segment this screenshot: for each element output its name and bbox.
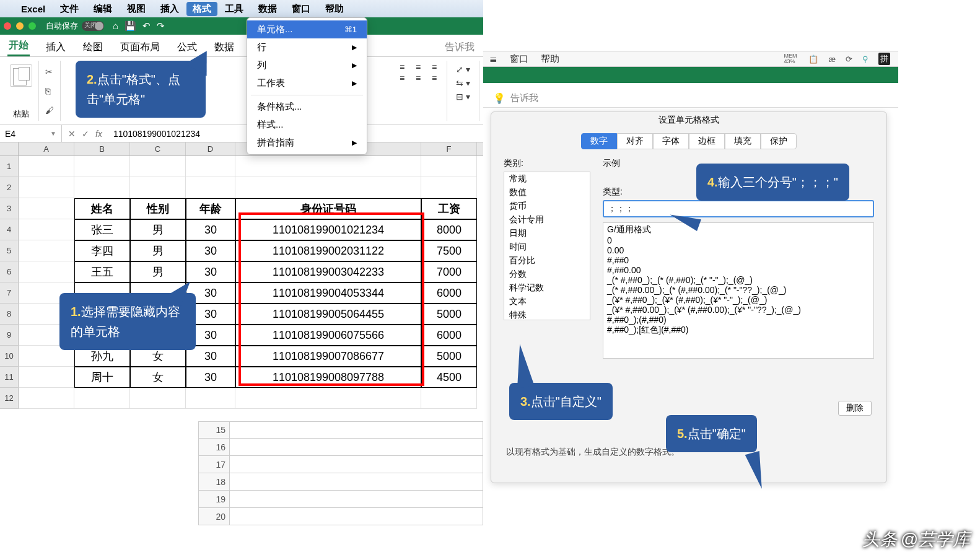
cell-salary[interactable]: 5000 — [421, 304, 477, 325]
cell[interactable] — [230, 491, 483, 507]
cell[interactable] — [130, 177, 186, 198]
row-header[interactable]: 4 — [0, 219, 19, 240]
menu-window[interactable]: 窗口 — [284, 3, 318, 15]
cell[interactable] — [19, 240, 74, 261]
row-header[interactable]: 11 — [0, 367, 19, 388]
save-icon[interactable]: 💾 — [125, 20, 136, 32]
cell[interactable] — [130, 156, 186, 177]
tab-home[interactable]: 开始 — [7, 37, 30, 56]
cell[interactable] — [186, 156, 235, 177]
app-name[interactable]: Excel — [14, 4, 53, 14]
category-item[interactable]: 分数 — [504, 268, 590, 281]
copy-icon[interactable]: ⎘ — [45, 86, 54, 96]
cell[interactable] — [230, 456, 483, 473]
category-item[interactable]: 时间 — [504, 240, 590, 254]
cell[interactable] — [235, 177, 421, 198]
cell[interactable] — [130, 388, 186, 409]
home-icon[interactable]: ⌂ — [113, 20, 118, 32]
cell[interactable] — [421, 177, 477, 198]
cell[interactable] — [235, 388, 421, 409]
header-gender[interactable]: 性别 — [130, 198, 186, 219]
format-item[interactable]: _(* #,##0_);_(* (#,##0);_(* "-"_);_(@_) — [603, 275, 873, 285]
align-bottom-icon[interactable]: ≡ — [428, 62, 440, 72]
maximize-window-button[interactable] — [28, 22, 36, 30]
cell-id[interactable]: 110108199007086677 — [235, 346, 421, 367]
menu-format[interactable]: 格式 — [186, 2, 217, 16]
header-id[interactable]: 身份证号码 — [235, 198, 421, 219]
row-header[interactable]: 20 — [199, 508, 230, 525]
menu-window-right[interactable]: 窗口 — [510, 53, 528, 65]
format-item[interactable]: 0.00 — [603, 245, 873, 255]
menu-data[interactable]: 数据 — [251, 3, 284, 15]
menu-item[interactable]: 行▶ — [247, 38, 367, 56]
menu-item[interactable]: 样式... — [247, 116, 367, 134]
category-item[interactable]: 科学记数 — [504, 281, 590, 295]
autosave-control[interactable]: 自动保存 关闭 — [46, 20, 104, 32]
dialog-tab[interactable]: 保护 — [761, 133, 797, 149]
cell-gender[interactable]: 女 — [130, 367, 186, 388]
align-top-icon[interactable]: ≡ — [396, 62, 408, 72]
menu-help[interactable]: 帮助 — [318, 3, 351, 15]
category-item[interactable]: 常规 — [504, 172, 590, 186]
paste-icon[interactable] — [10, 64, 32, 87]
cell[interactable] — [19, 198, 74, 219]
undo-icon[interactable]: ↶ — [142, 20, 151, 32]
confirm-formula-icon[interactable]: ✓ — [82, 129, 89, 139]
status-icon-1[interactable]: 📋 — [808, 55, 818, 64]
cell-salary[interactable]: 8000 — [421, 219, 477, 240]
cell-age[interactable]: 30 — [186, 367, 235, 388]
cell[interactable] — [19, 367, 74, 388]
row-header[interactable]: 15 — [199, 422, 230, 438]
align-right-icon[interactable]: ≡ — [428, 73, 440, 83]
dialog-tab[interactable]: 数字 — [581, 133, 617, 149]
wrap-text-icon[interactable]: ⇆ ▾ — [456, 78, 470, 88]
cut-icon[interactable]: ✂ — [45, 67, 54, 77]
cell-name[interactable]: 王五 — [74, 261, 130, 282]
menu-file[interactable]: 文件 — [53, 3, 86, 15]
cell[interactable] — [19, 388, 74, 409]
category-item[interactable]: 会计专用 — [504, 213, 590, 227]
cell-gender[interactable]: 男 — [130, 219, 186, 240]
bluetooth-icon[interactable]: ⚲ — [862, 55, 868, 64]
merge-icon[interactable]: ⊟ ▾ — [456, 92, 470, 102]
format-item[interactable]: #,##0_);(#,##0) — [603, 315, 873, 325]
cell-age[interactable]: 30 — [186, 219, 235, 240]
cell-salary[interactable]: 5000 — [421, 346, 477, 367]
row-header[interactable]: 2 — [0, 177, 19, 198]
cell-salary[interactable]: 6000 — [421, 282, 477, 304]
header-age[interactable]: 年龄 — [186, 198, 235, 219]
category-item[interactable]: 日期 — [504, 227, 590, 240]
cell-gender[interactable]: 男 — [130, 261, 186, 282]
col-header-c[interactable]: C — [130, 142, 186, 155]
row-header[interactable]: 6 — [0, 261, 19, 282]
cell[interactable] — [74, 156, 130, 177]
cell[interactable] — [74, 177, 130, 198]
cell[interactable] — [186, 177, 235, 198]
dialog-tab[interactable]: 字体 — [653, 133, 689, 149]
type-input[interactable] — [603, 200, 874, 217]
format-item[interactable]: _(* #,##0.00_);_(* (#,##0.00);_(* "-"??_… — [603, 285, 873, 295]
format-list[interactable]: G/通用格式00.00#,##0#,##0.00_(* #,##0_);_(* … — [603, 222, 874, 359]
cell-id[interactable]: 110108199002031122 — [235, 240, 421, 261]
col-header-f[interactable]: F — [421, 142, 477, 155]
menu-item[interactable]: 条件格式... — [247, 98, 367, 116]
row-header[interactable]: 16 — [199, 439, 230, 455]
cell[interactable] — [230, 473, 483, 490]
col-header-d[interactable]: D — [186, 142, 235, 155]
select-all-corner[interactable] — [0, 142, 19, 155]
col-header-b[interactable]: B — [74, 142, 130, 155]
cell-age[interactable]: 30 — [186, 261, 235, 282]
dialog-tab[interactable]: 对齐 — [617, 133, 653, 149]
category-item[interactable]: 百分比 — [504, 254, 590, 268]
category-list[interactable]: 常规数值货币会计专用日期时间百分比分数科学记数文本特殊自定义 — [504, 172, 590, 320]
row-header[interactable]: 12 — [0, 388, 19, 409]
row-header[interactable]: 7 — [0, 282, 19, 304]
align-center-icon[interactable]: ≡ — [412, 73, 424, 83]
cell[interactable] — [74, 388, 130, 409]
cell[interactable] — [19, 177, 74, 198]
fx-label[interactable]: fx — [95, 129, 102, 139]
cell-id[interactable]: 110108199008097788 — [235, 367, 421, 388]
cell[interactable] — [19, 219, 74, 240]
cell-salary[interactable]: 4500 — [421, 367, 477, 388]
tab-data[interactable]: 数据 — [213, 38, 235, 56]
